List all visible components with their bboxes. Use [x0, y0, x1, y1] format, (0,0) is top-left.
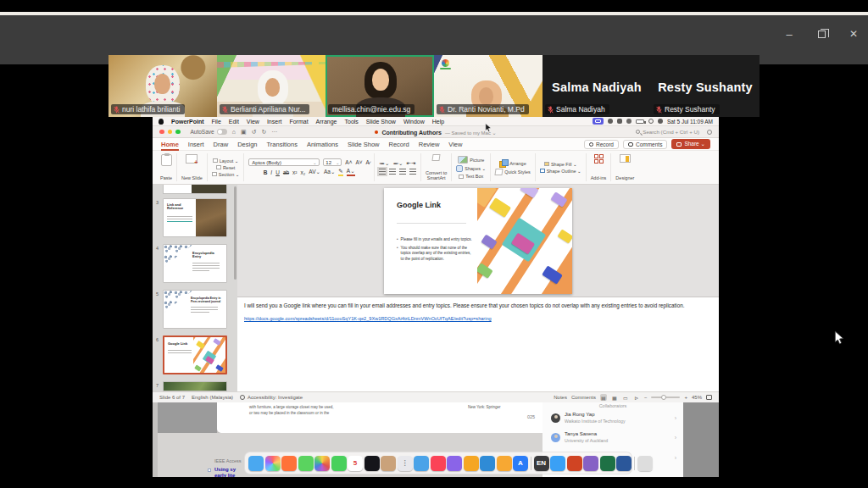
pages-icon[interactable] — [497, 456, 512, 471]
zoom-traffic-light[interactable] — [175, 130, 181, 135]
slide-sorter-view-button[interactable]: ▦ — [611, 394, 618, 401]
reset-button[interactable]: Reset — [216, 165, 235, 170]
search-field[interactable]: Search (Cmd + Ctrl + U) — [636, 129, 712, 135]
screen-share-indicator-icon[interactable] — [593, 118, 604, 125]
result-link-line[interactable]: early lite — [214, 473, 235, 477]
participant-tile[interactable]: Salma Nadiyah Salma Nadiyah — [542, 55, 651, 117]
new-slide-button[interactable]: New Slide — [177, 153, 208, 181]
language-label[interactable]: English (Malaysia) — [192, 395, 233, 400]
arrange-button[interactable]: Arrange — [499, 159, 526, 167]
font-name-select[interactable]: Aptos (Body)⌄ — [248, 158, 320, 166]
participant-tile[interactable]: Dr. Ranti Novianti, M.Pd — [434, 55, 542, 117]
quick-styles-button[interactable]: Quick Styles — [495, 169, 531, 175]
messages-icon[interactable] — [298, 456, 314, 471]
decrease-font-icon[interactable]: A˅ — [355, 159, 362, 165]
close-traffic-light[interactable] — [159, 130, 164, 135]
comments-toggle[interactable]: Comments — [571, 395, 596, 400]
tab-animations[interactable]: Animations — [307, 139, 338, 150]
notes-icon[interactable] — [381, 456, 396, 471]
menu-help[interactable]: Help — [432, 119, 444, 125]
clear-format-icon[interactable]: A̷ — [366, 159, 370, 165]
align-right-button[interactable] — [399, 169, 406, 175]
normal-view-button[interactable]: ▤ — [600, 394, 607, 401]
bullets-button[interactable]: ≔⌄ — [380, 160, 390, 167]
zoom-in-button[interactable]: + — [684, 395, 687, 400]
minimize-traffic-light[interactable] — [168, 130, 173, 135]
trash-icon[interactable] — [637, 456, 653, 471]
word-icon[interactable] — [616, 456, 632, 471]
zoom-level[interactable]: 45% — [692, 395, 702, 400]
status-icon[interactable] — [617, 119, 622, 124]
restore-button[interactable] — [810, 25, 832, 42]
font-color-button[interactable]: A⌄ — [347, 168, 355, 176]
text-box-button[interactable]: Text Box — [459, 174, 483, 179]
change-case-button[interactable]: Aa⌄ — [324, 169, 335, 175]
indent-buttons[interactable]: ⇤⇥ — [406, 160, 415, 167]
accessibility-status[interactable]: Accessibility: Investigate — [248, 395, 303, 400]
home-icon[interactable]: ⌂ — [232, 129, 236, 135]
weather-icon[interactable] — [414, 456, 429, 471]
menubar-app-name[interactable]: PowerPoint — [171, 119, 204, 125]
collaborator-row[interactable]: Jia Rong Yap Waikato Institute of Techno… — [551, 409, 676, 426]
comments-button[interactable]: Comments — [623, 140, 667, 149]
shape-fill-button[interactable]: Shape Fill ⌄ — [544, 162, 577, 167]
tab-view[interactable]: View — [448, 139, 462, 150]
shapes-button[interactable]: Shapes ⌄ — [456, 165, 486, 172]
menu-insert[interactable]: Insert — [267, 119, 282, 125]
music-icon[interactable] — [431, 456, 446, 471]
fit-to-window-icon[interactable] — [706, 395, 712, 400]
participant-tile[interactable]: Berlianti Apriliana Nur... — [217, 55, 326, 117]
thumbnail-slide-4[interactable]: Encyclopedia Entry — [163, 244, 227, 283]
podcasts-icon[interactable] — [447, 456, 462, 471]
panel-scrollbar[interactable] — [234, 186, 236, 280]
menubar-clock[interactable]: Sat 5 Jul 11:09 AM — [667, 119, 713, 125]
reading-view-button[interactable]: ▭ — [622, 394, 629, 401]
collaborator-row[interactable]: Tanya Saxena University of Auckland › — [551, 429, 676, 446]
photos-icon[interactable] — [314, 456, 330, 471]
menu-window[interactable]: Window — [403, 119, 425, 125]
menu-arrange[interactable]: Arrange — [316, 119, 337, 125]
stocks-icon[interactable] — [464, 456, 479, 471]
numbering-button[interactable]: ≕⌄ — [393, 160, 403, 167]
tv-icon[interactable] — [364, 456, 380, 471]
add-ins-button[interactable]: Add-ins — [587, 153, 612, 181]
picture-button[interactable]: Picture — [458, 156, 484, 164]
safari-icon[interactable] — [550, 456, 565, 471]
zoom-slider[interactable] — [651, 396, 680, 398]
thumbnail-slide-6-selected[interactable]: Google Link — [163, 336, 227, 374]
shape-outline-button[interactable]: Shape Outline ⌄ — [540, 169, 581, 174]
firefox-icon[interactable] — [281, 456, 297, 471]
menu-tools[interactable]: Tools — [345, 119, 359, 125]
align-left-button[interactable] — [379, 169, 386, 175]
tab-design[interactable]: Design — [237, 139, 257, 150]
menu-view[interactable]: View — [247, 119, 259, 125]
current-slide[interactable]: Google Link Please fill in your emails a… — [384, 188, 572, 294]
close-button[interactable]: ✕ — [843, 25, 865, 42]
save-icon[interactable]: ▣ — [241, 129, 247, 136]
result-link-line[interactable]: Using sy — [214, 467, 236, 472]
tab-slide-show[interactable]: Slide Show — [348, 139, 380, 150]
thumbnail-slide-3[interactable]: Link and Reference — [163, 198, 227, 237]
calendar-icon[interactable]: 5 — [348, 456, 363, 471]
align-center-button[interactable] — [389, 169, 396, 175]
notes-toggle[interactable]: Notes — [554, 395, 567, 400]
account-icon[interactable] — [707, 130, 712, 135]
designer-button[interactable]: Designer — [611, 153, 638, 181]
menu-file[interactable]: File — [212, 119, 221, 125]
superscript-button[interactable]: x² — [292, 169, 297, 175]
minimize-button[interactable]: – — [778, 25, 800, 42]
menu-slide-show[interactable]: Slide Show — [366, 119, 396, 125]
participant-tile[interactable]: nuri lathifa brilianti — [108, 55, 217, 117]
slideshow-view-button[interactable]: ⊳ — [633, 394, 640, 401]
excel-icon[interactable] — [600, 456, 615, 471]
tab-insert[interactable]: Insert — [188, 139, 204, 150]
tab-transitions[interactable]: Transitions — [266, 139, 297, 150]
shortcuts-icon[interactable]: ⋮ — [398, 456, 413, 471]
tab-draw[interactable]: Draw — [214, 139, 229, 150]
tab-review[interactable]: Review — [419, 139, 440, 150]
undo-icon[interactable]: ↺ — [252, 129, 257, 136]
strikethrough-button[interactable]: ab — [283, 169, 289, 175]
menu-format[interactable]: Format — [289, 119, 308, 125]
control-center-icon[interactable] — [658, 119, 663, 124]
character-spacing-button[interactable]: AV⌄ — [309, 169, 320, 175]
